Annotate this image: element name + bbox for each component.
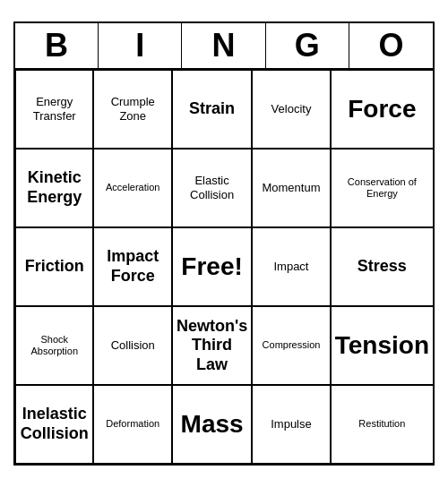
bingo-cell[interactable]: Tension [331, 306, 433, 385]
bingo-cell[interactable]: Collision [93, 306, 171, 385]
bingo-cell[interactable]: Force [331, 70, 433, 149]
header-letter: O [349, 23, 433, 68]
bingo-cell[interactable]: Conservation of Energy [331, 149, 433, 227]
bingo-cell[interactable]: Energy Transfer [15, 70, 93, 149]
bingo-grid: Energy TransferCrumple ZoneStrainVelocit… [15, 70, 433, 464]
header-letter: N [182, 23, 265, 68]
bingo-cell[interactable]: Deformation [93, 385, 171, 464]
bingo-cell[interactable]: Velocity [252, 70, 330, 149]
bingo-cell[interactable]: Free! [172, 227, 252, 306]
header-letter: I [99, 23, 182, 68]
bingo-cell[interactable]: Friction [15, 227, 93, 306]
bingo-cell[interactable]: Restitution [331, 385, 433, 464]
header-letter: G [266, 23, 349, 68]
bingo-header: BINGO [15, 23, 433, 70]
bingo-cell[interactable]: Momentum [252, 149, 330, 227]
bingo-cell[interactable]: Newton's Third Law [172, 306, 252, 385]
bingo-cell[interactable]: Crumple Zone [93, 70, 171, 149]
bingo-card: BINGO Energy TransferCrumple ZoneStrainV… [13, 21, 435, 466]
bingo-cell[interactable]: Impact [252, 227, 330, 306]
bingo-cell[interactable]: Elastic Collision [172, 149, 252, 227]
bingo-cell[interactable]: Inelastic Collision [15, 385, 93, 464]
bingo-cell[interactable]: Kinetic Energy [15, 149, 93, 227]
bingo-cell[interactable]: Compression [252, 306, 330, 385]
header-letter: B [15, 23, 99, 68]
bingo-cell[interactable]: Shock Absorption [15, 306, 93, 385]
bingo-cell[interactable]: Strain [172, 70, 252, 149]
bingo-cell[interactable]: Mass [172, 385, 252, 464]
bingo-cell[interactable]: Impulse [252, 385, 330, 464]
bingo-cell[interactable]: Acceleration [93, 149, 171, 227]
bingo-cell[interactable]: Impact Force [93, 227, 171, 306]
bingo-cell[interactable]: Stress [331, 227, 433, 306]
